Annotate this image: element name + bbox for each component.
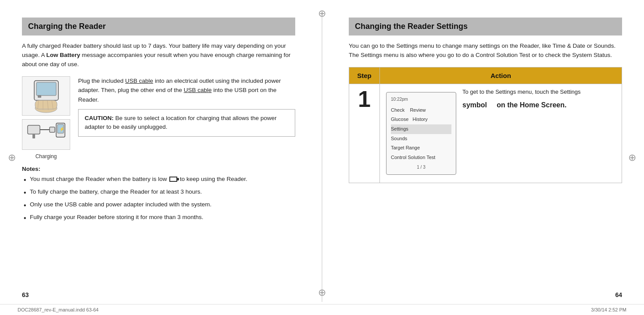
battery-icon bbox=[169, 177, 177, 182]
caution-box: CAUTION: Be sure to select a location fo… bbox=[78, 109, 295, 137]
col-step-header: Step bbox=[349, 67, 380, 84]
charging-image: ⚡ bbox=[22, 119, 70, 150]
action-symbol-line: symbol on the Home Screen. bbox=[462, 99, 615, 111]
low-battery-bold: Low Battery bbox=[47, 52, 80, 58]
screen-mockup: 10:22pm Check Review Glucose History Set… bbox=[386, 92, 456, 175]
image-row: ⚡ Charging Plug the included USB cable i… bbox=[22, 76, 295, 159]
screen-menu-glucose-history: Glucose History bbox=[391, 115, 451, 124]
table-row-1: 1 10:22pm Check Review Glucose History S… bbox=[349, 84, 622, 183]
footer: DOC28687_rev-E_manual.indd 63-64 3/30/14… bbox=[0, 304, 644, 315]
action-description: To get to the Settings menu, touch the S… bbox=[462, 88, 615, 97]
image-column: ⚡ Charging bbox=[22, 76, 70, 159]
screen-menu-target-range: Target Range bbox=[391, 143, 451, 153]
right-intro: You can go to the Settings menu to chang… bbox=[349, 42, 622, 60]
caution-label: CAUTION: bbox=[85, 115, 114, 121]
page-spread: ⊕ ⊕ ⊕ ⊕ Charging the Reader A fully char… bbox=[0, 0, 644, 315]
reg-mark-bottom: ⊕ bbox=[318, 287, 326, 298]
notes-title: Notes: bbox=[22, 166, 295, 172]
caution-text: Be sure to select a location for chargin… bbox=[85, 115, 276, 131]
reg-mark-right: ⊕ bbox=[628, 152, 636, 163]
left-header-text: Charging the Reader bbox=[28, 22, 106, 31]
charging-label: Charging bbox=[36, 153, 57, 159]
reg-mark-top: ⊕ bbox=[318, 8, 326, 19]
note-item-4: Fully charge your Reader before storing … bbox=[22, 213, 295, 222]
svg-rect-2 bbox=[38, 95, 41, 98]
screen-menu-check-review: Check Review bbox=[391, 106, 451, 115]
svg-text:⚡: ⚡ bbox=[59, 126, 65, 132]
plug-text: Plug the included USB cable into an elec… bbox=[78, 76, 295, 105]
usb-cable-ref-2: USB cable bbox=[184, 87, 212, 93]
note-item-2: To fully charge the battery, charge the … bbox=[22, 188, 295, 197]
footer-right: 3/30/14 2:52 PM bbox=[591, 307, 626, 312]
svg-rect-10 bbox=[32, 134, 35, 138]
svg-rect-9 bbox=[28, 125, 40, 134]
footer-left: DOC28687_rev-E_manual.indd 63-64 bbox=[18, 307, 99, 312]
left-page: Charging the Reader A fully charged Read… bbox=[18, 13, 300, 302]
screen-menu-settings: Settings bbox=[391, 124, 451, 134]
page-divider bbox=[322, 13, 322, 302]
note-item-3: Only use the USB cable and power adapter… bbox=[22, 200, 295, 209]
left-intro: A fully charged Reader battery should la… bbox=[22, 42, 295, 69]
note-item-1: You must charge the Reader when the batt… bbox=[22, 175, 295, 184]
charging-svg: ⚡ bbox=[25, 121, 67, 148]
svg-rect-1 bbox=[36, 82, 56, 96]
plug-instructions: Plug the included USB cable into an elec… bbox=[78, 76, 295, 137]
right-page: Changing the Reader Settings You can go … bbox=[344, 13, 626, 302]
svg-rect-12 bbox=[50, 127, 55, 132]
reg-mark-left: ⊕ bbox=[8, 152, 16, 163]
screen-page-indicator: 1 / 3 bbox=[391, 164, 451, 171]
steps-table: Step Action 1 10:22pm Check Review Gluco… bbox=[349, 67, 622, 184]
right-header-text: Changing the Reader Settings bbox=[355, 22, 468, 31]
screen-menu-control-test: Control Solution Test bbox=[391, 153, 451, 163]
notes-list: You must charge the Reader when the batt… bbox=[22, 175, 295, 222]
step-action-1: 10:22pm Check Review Glucose History Set… bbox=[380, 84, 622, 183]
step-number-1: 1 bbox=[349, 84, 380, 183]
action-content: 10:22pm Check Review Glucose History Set… bbox=[386, 88, 615, 180]
right-page-number: 64 bbox=[615, 291, 622, 298]
reader-svg bbox=[25, 78, 67, 113]
screen-menu-sounds: Sounds bbox=[391, 134, 451, 144]
notes-section: Notes: You must charge the Reader when t… bbox=[22, 166, 295, 222]
usb-cable-ref-1: USB cable bbox=[125, 78, 153, 84]
col-action-header: Action bbox=[380, 67, 622, 84]
reader-device-image bbox=[22, 76, 70, 116]
action-text-block: To get to the Settings menu, touch the S… bbox=[462, 88, 615, 113]
right-section-header: Changing the Reader Settings bbox=[349, 18, 622, 35]
left-page-number: 63 bbox=[22, 291, 29, 298]
left-section-header: Charging the Reader bbox=[22, 18, 295, 35]
screen-time: 10:22pm bbox=[391, 96, 451, 103]
